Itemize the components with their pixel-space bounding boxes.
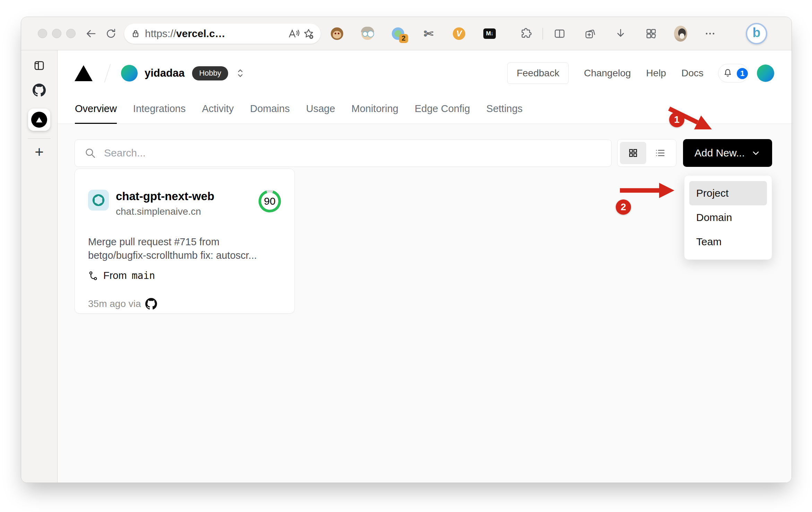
tampermonkey-extension-button[interactable] xyxy=(330,27,344,40)
extension-count-badge: 2 xyxy=(399,34,408,43)
scissors-icon: ✄ xyxy=(424,28,434,40)
chevron-updown-icon xyxy=(236,68,245,78)
project-domain[interactable]: chat.simplenaive.cn xyxy=(116,206,214,217)
bing-chat-button[interactable]: b xyxy=(746,23,767,44)
tab-settings[interactable]: Settings xyxy=(486,103,523,124)
commit-message[interactable]: Merge pull request #715 from betgo/bugfi… xyxy=(88,235,281,262)
new-tab-button[interactable]: + xyxy=(35,144,44,160)
view-toggle xyxy=(617,139,676,167)
openai-knot-icon xyxy=(91,193,106,208)
grid-view-icon xyxy=(628,147,639,159)
tab-activity[interactable]: Activity xyxy=(202,103,234,124)
team-avatar xyxy=(121,65,138,82)
person-glasses-icon xyxy=(361,27,374,40)
add-new-label: Add New... xyxy=(694,147,745,159)
search-box xyxy=(75,139,612,167)
profile-avatar xyxy=(674,26,687,42)
tab-integrations[interactable]: Integrations xyxy=(133,103,186,124)
sidebar-panel-icon xyxy=(33,59,45,72)
vercel-logo[interactable] xyxy=(75,65,93,81)
apps-button[interactable] xyxy=(643,26,659,41)
zoom-window-button[interactable] xyxy=(66,29,76,38)
markdown-icon: M↓ xyxy=(483,28,496,39)
annotation-step-1: 1 xyxy=(669,112,684,127)
tab-domains[interactable]: Domains xyxy=(250,103,290,124)
sidebar-divider xyxy=(28,138,51,139)
refresh-button[interactable] xyxy=(103,26,119,41)
feedback-button[interactable]: Feedback xyxy=(507,62,569,84)
back-button[interactable] xyxy=(83,26,98,41)
apps-grid-icon xyxy=(645,27,657,40)
session-extension-button[interactable]: 2 xyxy=(391,27,405,40)
deploy-meta: 35m ago via xyxy=(88,298,281,310)
add-new-button[interactable]: Add New... xyxy=(683,139,772,167)
score-value: 90 xyxy=(258,190,281,213)
add-new-dropdown: Project Domain Team xyxy=(684,175,772,260)
bing-icon: b xyxy=(752,25,760,40)
dropdown-item-domain[interactable]: Domain xyxy=(689,205,767,230)
tab-overview[interactable]: Overview xyxy=(75,103,117,124)
search-input[interactable] xyxy=(75,139,612,167)
vercel-header: yidadaa Hobby Feedback Changelog Help Do… xyxy=(58,50,792,96)
split-screen-button[interactable] xyxy=(552,26,567,41)
project-card[interactable]: chat-gpt-next-web chat.simplenaive.cn 90 xyxy=(75,169,295,314)
read-aloud-button[interactable] xyxy=(287,26,300,41)
chevron-down-icon xyxy=(751,148,761,158)
list-view-icon xyxy=(654,147,666,159)
openai-project-icon xyxy=(88,190,109,211)
more-menu-button[interactable] xyxy=(702,26,718,41)
project-name[interactable]: chat-gpt-next-web xyxy=(116,190,214,203)
collections-button[interactable] xyxy=(582,26,598,41)
project-card-header: chat-gpt-next-web chat.simplenaive.cn 90 xyxy=(88,190,281,217)
github-icon xyxy=(33,84,46,97)
tab-github[interactable] xyxy=(33,84,46,97)
grid-view-button[interactable] xyxy=(620,142,646,164)
tab-usage[interactable]: Usage xyxy=(306,103,335,124)
annotation-step-2: 2 xyxy=(616,199,631,215)
dropdown-item-project[interactable]: Project xyxy=(689,181,767,205)
clipper-extension-button[interactable]: ✄ xyxy=(422,27,435,40)
dashboard-body: Add New... xyxy=(58,124,792,483)
lock-icon xyxy=(130,28,141,39)
read-aloud-icon xyxy=(287,28,300,40)
minimize-window-button[interactable] xyxy=(52,29,61,38)
breadcrumb-slash xyxy=(104,64,111,83)
tab-monitoring[interactable]: Monitoring xyxy=(352,103,398,124)
help-link[interactable]: Help xyxy=(646,68,666,79)
plus-icon: + xyxy=(35,144,44,160)
list-view-button[interactable] xyxy=(646,147,674,159)
back-arrow-icon xyxy=(85,27,97,40)
user-avatar[interactable] xyxy=(757,65,774,82)
address-bar[interactable]: https://vercel.c… xyxy=(124,24,321,44)
vercel-favicon xyxy=(31,112,47,128)
download-icon xyxy=(614,27,627,40)
favorite-button[interactable] xyxy=(303,26,314,41)
notification-count-badge: 1 xyxy=(736,67,749,80)
screenshot-canvas: https://vercel.c… 2 ✄ V M↓ xyxy=(0,0,812,512)
v-circle-icon: V xyxy=(453,27,465,40)
reader-extension-button[interactable] xyxy=(361,27,374,40)
puzzle-icon xyxy=(520,27,532,40)
split-screen-icon xyxy=(553,27,566,40)
extensions-menu-button[interactable] xyxy=(518,26,534,41)
edge-vertical-tabs-sidebar: + xyxy=(21,50,58,483)
docs-link[interactable]: Docs xyxy=(681,68,703,79)
close-window-button[interactable] xyxy=(38,29,47,38)
tab-vercel-active[interactable] xyxy=(28,109,50,131)
downloads-button[interactable] xyxy=(613,26,628,41)
header-actions: Feedback Changelog Help Docs 1 xyxy=(507,62,774,84)
markdown-extension-button[interactable]: M↓ xyxy=(483,27,496,40)
tab-panel-button[interactable] xyxy=(33,59,45,72)
team-switcher-button[interactable] xyxy=(236,68,245,78)
browser-profile-button[interactable] xyxy=(674,27,687,40)
changelog-link[interactable]: Changelog xyxy=(584,68,631,79)
dropdown-item-team[interactable]: Team xyxy=(689,230,767,254)
ellipsis-icon xyxy=(704,28,716,40)
star-add-icon xyxy=(303,28,314,40)
bell-icon xyxy=(723,68,733,78)
browser-toolbar: https://vercel.c… 2 ✄ V M↓ xyxy=(21,17,792,50)
tab-edge-config[interactable]: Edge Config xyxy=(415,103,470,124)
v-extension-button[interactable]: V xyxy=(452,27,466,40)
toolbar-actions xyxy=(552,26,718,41)
notifications-button[interactable]: 1 xyxy=(718,64,749,83)
